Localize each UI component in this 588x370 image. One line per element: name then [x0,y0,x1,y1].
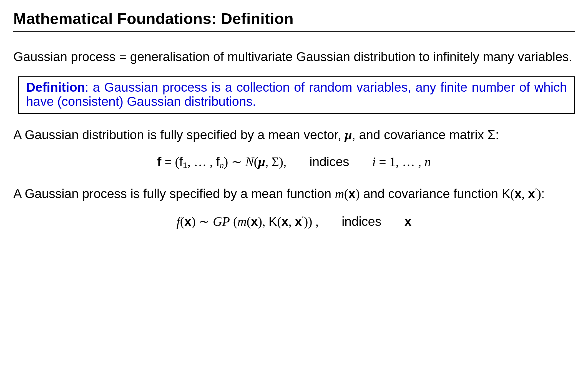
definition-label: Definition [26,80,85,94]
eq2-mid: ), [258,214,268,229]
p2-part-b: , and covariance matrix Σ: [352,128,499,142]
K-comma: , [522,187,528,201]
slide-body: Gaussian process = generalisation of mul… [13,50,575,229]
eq2-open2: ( [247,214,251,229]
eq2-x3: x [281,214,288,229]
p2-part-a: A Gaussian distribution is fully specifi… [13,128,345,142]
eq1-i: i [372,155,376,169]
slide: Mathematical Foundations: Definition Gau… [0,0,588,370]
eq2-K: K [268,214,277,229]
m-func: m [335,187,344,201]
eq2-x2: x [251,214,258,229]
p3-part-c: : [541,186,545,201]
eq2-close-all: )) , [304,214,319,229]
K-func: K [502,186,510,201]
eq2-open: ( [180,214,184,229]
equation-gp: f(x) ∼ GP (m(x), K(x, x′)) ,indicesx [13,214,575,229]
eq1-close: ) ∼ [224,155,245,169]
eq2-xlast: x [404,214,412,229]
paragraph-gaussian-dist: A Gaussian distribution is fully specifi… [13,128,575,142]
paragraph-intro: Gaussian process = generalisation of mul… [13,50,575,64]
eq1-f1: f [179,154,183,169]
eq1-dots: , … , [187,155,216,169]
paragraph-gp: A Gaussian process is fully specified by… [13,186,575,201]
eq1-range: = 1, … , [376,155,424,169]
eq1-indices-label: indices [310,154,349,169]
eq2-x4: x [295,214,302,229]
eq2-GP: GP [213,214,230,229]
eq1-fn: f [216,154,220,169]
eq1-f: f [157,154,161,169]
eq1-sub1: 1 [183,161,187,170]
eq2-x: x [184,214,192,229]
equation-mvn: f = (f1, … , fn) ∼ N(μ, Σ),indicesi = 1,… [13,155,575,170]
K-xprime: x [528,186,535,201]
p3-part-a: A Gaussian process is fully specified by… [13,186,335,201]
eq1-subn: n [220,161,224,170]
eq1-n: n [424,155,431,169]
eq2-f: f [177,214,180,229]
eq1-comma: , Σ), [265,155,287,169]
eq1-paren-open: ( [254,155,258,169]
definition-text: : a Gaussian process is a collection of … [26,80,567,109]
eq2-indices-label: indices [342,214,381,229]
eq1-mu: μ [258,155,265,169]
mu-symbol: μ [345,128,352,142]
eq2-m: m [237,214,247,229]
eq1-N: N [245,155,254,169]
m-open: ( [344,187,348,201]
eq2-comma: , [288,214,295,229]
definition-box: Definition: a Gaussian process is a coll… [18,76,575,114]
m-close: ) [355,187,360,201]
eq2-close-sim: ) ∼ [191,214,213,229]
K-open: ( [510,187,514,201]
eq1-eq: = ( [161,155,179,169]
m-x: x [348,186,356,201]
eq2-open3: ( [277,214,281,229]
slide-title: Mathematical Foundations: Definition [13,9,575,32]
eq2-space-open: ( [230,214,237,229]
K-close: ) [537,187,541,201]
p3-part-b: and covariance function [360,186,502,201]
K-x: x [514,186,522,201]
